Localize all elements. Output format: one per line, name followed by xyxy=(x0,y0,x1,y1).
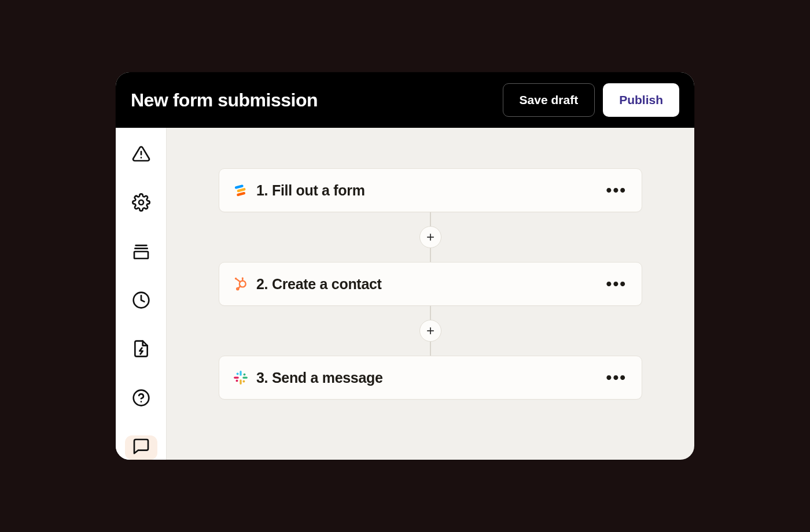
flow-step[interactable]: 3. Send a message ••• xyxy=(219,356,642,400)
stack-icon xyxy=(132,242,150,263)
svg-rect-9 xyxy=(234,184,244,189)
flow-connector: + xyxy=(430,212,431,262)
help-circle-icon xyxy=(132,389,150,409)
add-step-button[interactable]: + xyxy=(419,320,441,342)
svg-point-25 xyxy=(242,380,245,383)
svg-rect-20 xyxy=(242,376,248,378)
flow-step-label: 2. Create a contact xyxy=(256,276,605,293)
add-step-button[interactable]: + xyxy=(419,226,441,248)
svg-rect-21 xyxy=(240,379,241,385)
page-title: New form submission xyxy=(131,90,318,111)
svg-point-2 xyxy=(139,200,143,205)
svg-point-16 xyxy=(242,278,244,279)
sidebar-item-settings[interactable] xyxy=(125,191,157,216)
svg-point-18 xyxy=(237,288,238,290)
sidebar-item-help[interactable] xyxy=(125,386,157,411)
flow-step-more-button[interactable]: ••• xyxy=(605,184,628,195)
svg-point-14 xyxy=(235,278,237,279)
svg-rect-5 xyxy=(134,252,148,258)
flow-canvas: 1. Fill out a form ••• + 2. Create a con… xyxy=(167,128,694,460)
alert-triangle-icon xyxy=(132,145,150,165)
titlebar: New form submission Save draft Publish xyxy=(116,72,694,128)
chat-icon xyxy=(132,437,150,458)
flow-step-label: 3. Send a message xyxy=(256,370,605,386)
file-bolt-icon xyxy=(132,339,150,360)
flow-step[interactable]: 1. Fill out a form ••• xyxy=(219,168,642,212)
flow-step-more-button[interactable]: ••• xyxy=(605,372,628,383)
hubspot-icon xyxy=(233,276,248,291)
publish-button[interactable]: Publish xyxy=(603,83,679,117)
sidebar-item-chat[interactable] xyxy=(125,435,157,460)
svg-point-24 xyxy=(244,374,246,376)
flow-step[interactable]: 2. Create a contact ••• xyxy=(219,262,642,306)
sidebar-item-power-doc[interactable] xyxy=(125,338,157,362)
jotform-icon xyxy=(233,183,248,198)
sidebar-item-alerts[interactable] xyxy=(125,143,157,167)
flow-step-more-button[interactable]: ••• xyxy=(605,278,628,289)
flow: 1. Fill out a form ••• + 2. Create a con… xyxy=(219,168,642,400)
gear-icon xyxy=(132,193,150,214)
svg-point-23 xyxy=(237,373,239,375)
clock-icon xyxy=(132,291,150,312)
titlebar-actions: Save draft Publish xyxy=(503,83,679,117)
flow-connector: + xyxy=(430,306,431,356)
svg-line-13 xyxy=(236,279,240,282)
editor-body: 1. Fill out a form ••• + 2. Create a con… xyxy=(116,128,694,460)
svg-rect-19 xyxy=(240,371,241,376)
save-draft-button[interactable]: Save draft xyxy=(503,83,595,117)
svg-rect-10 xyxy=(237,188,246,193)
svg-rect-11 xyxy=(237,192,246,197)
sidebar-item-stack[interactable] xyxy=(125,241,157,265)
flow-step-label: 1. Fill out a form xyxy=(256,182,605,199)
slack-icon xyxy=(233,370,248,385)
svg-rect-22 xyxy=(234,376,239,378)
sidebar-item-history[interactable] xyxy=(125,289,157,313)
sidebar xyxy=(116,128,167,460)
svg-point-26 xyxy=(236,379,238,382)
workflow-editor-window: New form submission Save draft Publish xyxy=(116,72,694,460)
